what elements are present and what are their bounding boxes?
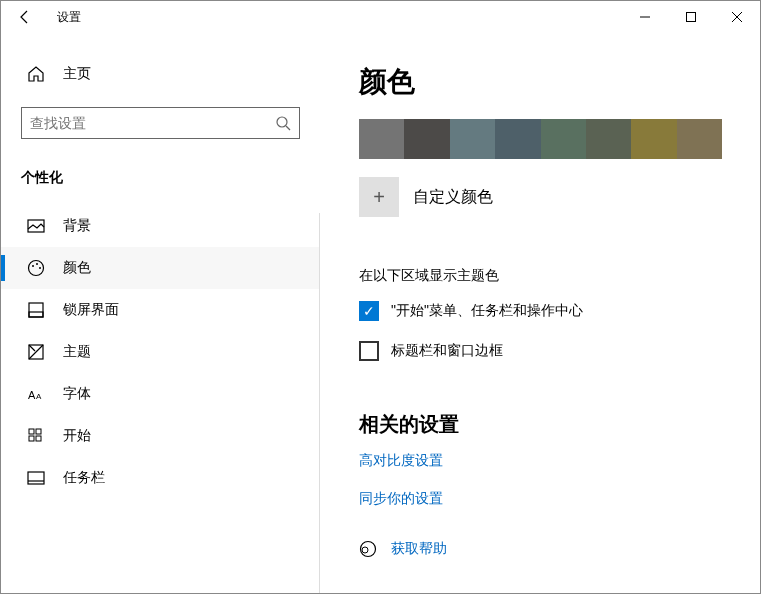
sidebar-divider <box>319 213 320 594</box>
svg-rect-13 <box>36 429 41 434</box>
nav-label: 开始 <box>63 427 91 445</box>
checkbox-label: 标题栏和窗口边框 <box>391 342 503 360</box>
color-swatch[interactable] <box>586 119 631 159</box>
related-title: 相关的设置 <box>359 411 722 438</box>
accent-subhead: 在以下区域显示主题色 <box>359 267 722 285</box>
back-button[interactable] <box>1 1 49 33</box>
nav-fonts[interactable]: AA 字体 <box>1 373 320 415</box>
section-title: 个性化 <box>1 163 320 205</box>
nav-background[interactable]: 背景 <box>1 205 320 247</box>
font-icon: AA <box>27 385 45 403</box>
theme-icon <box>27 343 45 361</box>
svg-point-3 <box>29 261 44 276</box>
svg-text:A: A <box>36 392 42 401</box>
color-swatch[interactable] <box>404 119 449 159</box>
color-swatch[interactable] <box>631 119 676 159</box>
svg-point-4 <box>32 265 34 267</box>
color-swatch[interactable] <box>677 119 722 159</box>
svg-rect-16 <box>28 472 44 484</box>
main-panel: 颜色 + 自定义颜色 在以下区域显示主题色 "开始"菜单、任务栏和操作中心 标题… <box>321 33 760 594</box>
home-label: 主页 <box>63 65 91 83</box>
nav-taskbar[interactable]: 任务栏 <box>1 457 320 499</box>
search-input[interactable] <box>30 115 275 131</box>
nav-colors[interactable]: 颜色 <box>1 247 320 289</box>
link-high-contrast[interactable]: 高对比度设置 <box>359 452 722 470</box>
custom-color-label: 自定义颜色 <box>413 187 493 208</box>
svg-rect-0 <box>687 13 696 22</box>
custom-color-row[interactable]: + 自定义颜色 <box>359 177 722 217</box>
svg-point-1 <box>277 117 287 127</box>
color-swatches <box>359 119 722 159</box>
page-title: 颜色 <box>359 63 722 101</box>
nav-label: 任务栏 <box>63 469 105 487</box>
help-link[interactable]: 获取帮助 <box>391 540 447 558</box>
link-sync-settings[interactable]: 同步你的设置 <box>359 490 722 508</box>
nav-label: 字体 <box>63 385 91 403</box>
svg-rect-12 <box>29 429 34 434</box>
color-swatch[interactable] <box>495 119 540 159</box>
nav-label: 颜色 <box>63 259 91 277</box>
search-box[interactable] <box>21 107 300 139</box>
taskbar-icon <box>27 469 45 487</box>
start-icon <box>27 427 45 445</box>
svg-text:A: A <box>28 389 36 401</box>
window-controls <box>622 1 760 33</box>
app-title: 设置 <box>57 9 622 26</box>
nav-label: 锁屏界面 <box>63 301 119 319</box>
help-row[interactable]: 获取帮助 <box>359 540 722 558</box>
checkbox-icon <box>359 341 379 361</box>
close-button[interactable] <box>714 1 760 33</box>
svg-rect-8 <box>29 312 43 317</box>
sidebar: 主页 个性化 背景 颜色 锁屏界面 主题 AA 字体 开始 <box>1 33 321 594</box>
picture-icon <box>27 217 45 235</box>
svg-point-19 <box>362 547 368 553</box>
svg-rect-15 <box>36 436 41 441</box>
window-scrollbar[interactable] <box>752 33 760 593</box>
minimize-button[interactable] <box>622 1 668 33</box>
nav-start[interactable]: 开始 <box>1 415 320 457</box>
maximize-button[interactable] <box>668 1 714 33</box>
plus-icon: + <box>359 177 399 217</box>
nav-label: 主题 <box>63 343 91 361</box>
home-nav[interactable]: 主页 <box>1 57 320 91</box>
nav-lockscreen[interactable]: 锁屏界面 <box>1 289 320 331</box>
home-icon <box>27 65 45 83</box>
svg-point-6 <box>39 267 41 269</box>
color-swatch[interactable] <box>450 119 495 159</box>
close-icon <box>732 12 742 22</box>
search-icon <box>275 115 291 131</box>
svg-point-5 <box>36 263 38 265</box>
palette-icon <box>27 259 45 277</box>
nav-themes[interactable]: 主题 <box>1 331 320 373</box>
color-swatch[interactable] <box>359 119 404 159</box>
checkbox-icon <box>359 301 379 321</box>
color-swatch[interactable] <box>541 119 586 159</box>
minimize-icon <box>640 12 650 22</box>
checkbox-titlebars[interactable]: 标题栏和窗口边框 <box>359 341 722 361</box>
checkbox-label: "开始"菜单、任务栏和操作中心 <box>391 302 583 320</box>
checkbox-start-taskbar[interactable]: "开始"菜单、任务栏和操作中心 <box>359 301 722 321</box>
svg-rect-2 <box>28 220 44 232</box>
help-icon <box>359 540 377 558</box>
nav-label: 背景 <box>63 217 91 235</box>
back-arrow-icon <box>17 9 33 25</box>
svg-rect-14 <box>29 436 34 441</box>
titlebar: 设置 <box>1 1 760 33</box>
lockscreen-icon <box>27 301 45 319</box>
svg-rect-7 <box>29 303 43 317</box>
maximize-icon <box>686 12 696 22</box>
